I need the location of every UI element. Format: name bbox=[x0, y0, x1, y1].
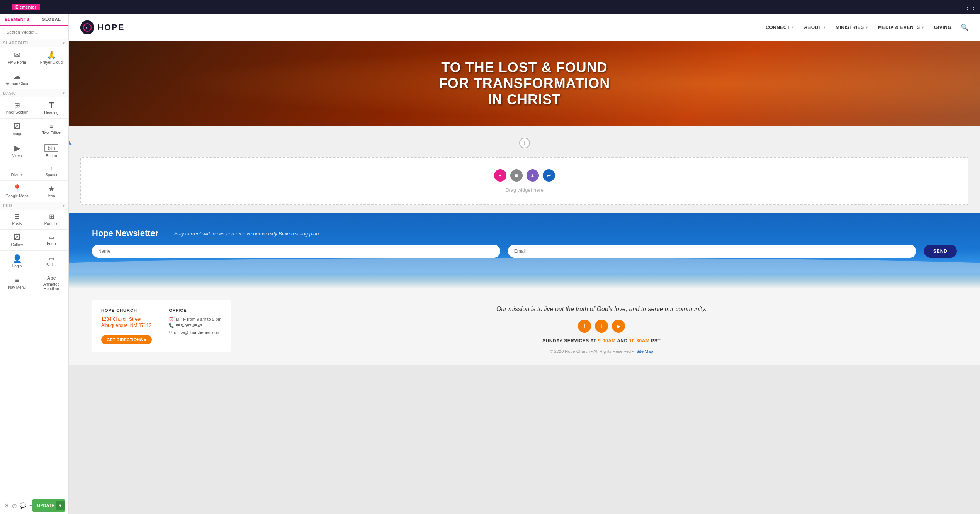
add-widget-icon[interactable]: + bbox=[494, 169, 506, 182]
heading-label: Heading bbox=[44, 111, 58, 115]
settings-icon[interactable]: ⚙ bbox=[4, 502, 9, 509]
blue-arrow-pointer bbox=[69, 119, 89, 154]
section-icon[interactable]: ■ bbox=[510, 169, 523, 182]
chevron-down-icon: ▼ bbox=[791, 26, 795, 29]
widget-button[interactable]: btn Button bbox=[34, 140, 68, 162]
chevron-down-icon: ▼ bbox=[865, 26, 869, 29]
update-arrow[interactable]: ▼ bbox=[56, 501, 65, 510]
widget-animated-headline[interactable]: Abc Animated Headline bbox=[34, 272, 68, 294]
text-editor-label: Text Editor bbox=[42, 131, 60, 136]
site-map-link[interactable]: Site Map bbox=[636, 349, 653, 354]
logo-circle: C bbox=[80, 20, 94, 34]
widget-portfolio[interactable]: ⊞ Portfolio bbox=[34, 210, 68, 229]
widget-prayer-cloud[interactable]: 🙏 Prayer Cloud bbox=[34, 47, 68, 68]
widget-login[interactable]: 👤 Login bbox=[0, 251, 34, 272]
widget-video[interactable]: ▶ Video bbox=[0, 140, 34, 162]
email-icon: ✉ bbox=[169, 330, 172, 335]
church-address-link[interactable]: 1234 Church Street bbox=[101, 317, 152, 322]
office-phone: 📞 555-987-8543 bbox=[169, 323, 221, 328]
sermon-cloud-icon: ☁ bbox=[13, 72, 21, 80]
search-icon[interactable]: 🔍 bbox=[961, 24, 968, 31]
prayer-cloud-icon: 🙏 bbox=[47, 51, 56, 59]
nav-about[interactable]: ABOUT ▼ bbox=[804, 25, 826, 30]
history-icon[interactable]: ◷ bbox=[12, 502, 17, 509]
sidebar: ELEMENTS GLOBAL SHAREFAITH ▼ ✉ FMS Form … bbox=[0, 14, 69, 514]
search-input[interactable] bbox=[3, 28, 65, 36]
church-city-link[interactable]: Albuquerque, NM 87112 bbox=[101, 323, 152, 328]
office-hours: ⏰ M - F from 9 am to 5 pm bbox=[169, 317, 221, 322]
button-label: Button bbox=[46, 154, 57, 158]
newsletter-name-input[interactable] bbox=[92, 245, 500, 258]
widget-form[interactable]: ▭ Form bbox=[34, 230, 68, 250]
form-label: Form bbox=[47, 242, 56, 246]
hero-section: TO THE LOST & FOUND FOR TRANSFORMATION I… bbox=[69, 41, 980, 126]
animated-headline-icon: Abc bbox=[47, 276, 56, 281]
facebook-icon[interactable]: f bbox=[578, 320, 591, 333]
hamburger-icon[interactable]: ☰ bbox=[3, 3, 8, 11]
sermon-cloud-label: Sermon Cloud bbox=[5, 82, 29, 86]
newsletter-email-input[interactable] bbox=[508, 245, 916, 258]
portfolio-icon: ⊞ bbox=[49, 214, 54, 220]
widget-divider[interactable]: — Divider bbox=[0, 162, 34, 180]
footer-office: OFFICE ⏰ M - F from 9 am to 5 pm 📞 555-9… bbox=[169, 308, 221, 344]
template-icon[interactable]: ▲ bbox=[527, 169, 539, 182]
sunday-time1: 9:00AM bbox=[598, 338, 616, 344]
nav-ministries[interactable]: MINISTRIES ▼ bbox=[836, 25, 869, 30]
login-label: Login bbox=[12, 264, 22, 269]
widget-icon[interactable]: ★ Icon bbox=[34, 181, 68, 202]
section-pro[interactable]: PRO ▼ bbox=[0, 202, 68, 210]
tab-global[interactable]: GLOBAL bbox=[34, 14, 69, 25]
youtube-icon[interactable]: ▶ bbox=[612, 320, 625, 333]
add-icon[interactable]: + bbox=[29, 502, 32, 509]
icon-widget-label: Icon bbox=[48, 194, 55, 199]
widget-heading[interactable]: T Heading bbox=[34, 97, 68, 118]
widget-inner-section[interactable]: ⊞ Inner Section bbox=[0, 97, 34, 118]
widget-text-editor[interactable]: ≡ Text Editor bbox=[34, 119, 68, 140]
sunday-time2: 10:30AM bbox=[629, 338, 650, 344]
sidebar-footer: ⚙ ◷ 💬 + UPDATE ▼ bbox=[0, 497, 68, 514]
button-icon: btn bbox=[44, 144, 58, 152]
newsletter-section: Hope Newsletter Stay current with news a… bbox=[69, 213, 980, 273]
widget-fms-form[interactable]: ✉ FMS Form bbox=[0, 47, 34, 68]
chevron-down-icon-pro: ▼ bbox=[62, 204, 65, 208]
divider-icon: — bbox=[14, 166, 20, 171]
drag-widget-text: Drag widget here bbox=[505, 187, 544, 193]
sharefaith-widgets: ✉ FMS Form 🙏 Prayer Cloud ☁ Sermon Cloud bbox=[0, 47, 68, 89]
get-directions-button[interactable]: GET DIRECTIONS ● bbox=[101, 335, 152, 344]
grid-icon[interactable]: ⋮⋮ bbox=[965, 3, 977, 11]
widget-sermon-cloud[interactable]: ☁ Sermon Cloud bbox=[0, 68, 34, 89]
logo-text: HOPE bbox=[97, 22, 124, 32]
nav-connect[interactable]: CONNECT ▼ bbox=[766, 25, 795, 30]
comments-icon[interactable]: 💬 bbox=[20, 502, 26, 509]
back-icon[interactable]: ↩ bbox=[543, 169, 555, 182]
section-sharefaith[interactable]: SHAREFAITH ▼ bbox=[0, 39, 68, 47]
chevron-down-icon: ▼ bbox=[822, 26, 826, 29]
nav-media-events[interactable]: MEDIA & EVENTS ▼ bbox=[878, 25, 925, 30]
widget-posts[interactable]: ☰ Posts bbox=[0, 210, 34, 229]
site-header: C HOPE CONNECT ▼ ABOUT ▼ MINISTRIES ▼ bbox=[69, 14, 980, 41]
tab-elements[interactable]: ELEMENTS bbox=[0, 14, 34, 26]
inner-section-label: Inner Section bbox=[6, 110, 29, 115]
widget-google-maps[interactable]: 📍 Google Maps bbox=[0, 181, 34, 202]
icon-widget-icon: ★ bbox=[48, 185, 55, 192]
widget-slides[interactable]: ▭ Slides bbox=[34, 251, 68, 272]
image-icon: 🖼 bbox=[13, 123, 21, 130]
widget-gallery[interactable]: 🖼 Gallery bbox=[0, 230, 34, 250]
social-icons: f t ▶ bbox=[578, 320, 625, 333]
widget-drop-zone[interactable]: + ■ ▲ ↩ Drag widget here bbox=[80, 157, 968, 205]
widget-image[interactable]: 🖼 Image bbox=[0, 119, 34, 140]
elementor-logo: elementor bbox=[12, 4, 40, 10]
section-basic[interactable]: BASIC ▼ bbox=[0, 89, 68, 97]
widget-nav-menu[interactable]: ≡ Nav Menu bbox=[0, 272, 34, 294]
twitter-icon[interactable]: t bbox=[595, 320, 608, 333]
chevron-down-icon-basic: ▼ bbox=[62, 92, 65, 95]
widget-spacer[interactable]: ↕ Spacer bbox=[34, 162, 68, 180]
send-button[interactable]: SEND bbox=[924, 245, 957, 258]
fms-form-icon: ✉ bbox=[14, 51, 20, 59]
update-button[interactable]: UPDATE ▼ bbox=[32, 499, 65, 512]
footer: HOPE CHURCH 1234 Church Street Albuquerq… bbox=[69, 289, 980, 365]
add-section-button[interactable]: + bbox=[519, 138, 530, 148]
canvas: C HOPE CONNECT ▼ ABOUT ▼ MINISTRIES ▼ bbox=[69, 14, 980, 514]
office-section-title: OFFICE bbox=[169, 308, 221, 313]
nav-giving[interactable]: GIVING bbox=[934, 25, 951, 30]
